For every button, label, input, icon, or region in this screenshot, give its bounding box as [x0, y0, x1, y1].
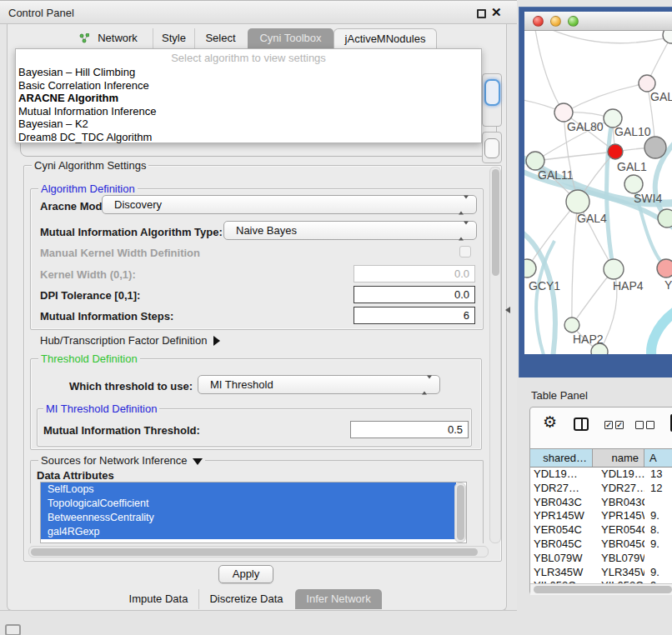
tab-impute-data[interactable]: Impute Data	[118, 589, 198, 609]
control-panel-tabbar: Network Style Select Cyni Toolbox jActiv…	[0, 28, 517, 49]
table-row[interactable]: YDR27…YDR27…12	[530, 482, 672, 496]
table-row[interactable]: YBL079WYBL079W	[530, 552, 672, 566]
tab-network[interactable]: Network	[72, 28, 150, 48]
table-row[interactable]: YLR345WYLR345W9.	[530, 566, 672, 580]
focused-button-fragment[interactable]	[484, 79, 500, 106]
zoom-window-icon[interactable]	[568, 16, 579, 27]
network-node[interactable]	[644, 137, 666, 158]
checked-box-icon[interactable]: ✓	[604, 421, 613, 429]
algorithm-list: Bayesian – Hill ClimbingBasic Correlatio…	[18, 66, 479, 144]
close-icon[interactable]: ✕	[491, 5, 502, 20]
algorithm-option[interactable]: Bayesian – K2	[18, 118, 479, 131]
collapse-arrow-icon[interactable]	[193, 458, 203, 465]
sources-title[interactable]: Sources for Network Inference	[38, 454, 205, 467]
table-body: YDL19…YDL19…13YDR27…YDR27…12YBR043CYBR04…	[530, 468, 672, 583]
split-panes-icon[interactable]	[574, 418, 589, 431]
tab-style[interactable]: Style	[153, 28, 194, 48]
table-header: shared…nameA	[530, 448, 672, 468]
data-attribute-item[interactable]: SelfLoops	[41, 482, 456, 497]
network-edge[interactable]	[564, 83, 647, 112]
table-row[interactable]: YBR045CYBR045C9.	[530, 538, 672, 552]
which-threshold-select[interactable]: MI Threshold	[198, 375, 440, 394]
attributes-scrollbar[interactable]	[454, 482, 466, 542]
algorithm-option[interactable]: Bayesian – Hill Climbing	[18, 66, 479, 79]
table-row[interactable]: YBR043CYBR043C	[530, 496, 672, 510]
minimize-window-icon[interactable]	[550, 16, 561, 27]
table-cell: 9.	[644, 509, 672, 523]
algorithm-option[interactable]: Basic Correlation Inference	[18, 79, 479, 92]
expand-arrow-icon[interactable]	[213, 336, 220, 346]
apply-button[interactable]: Apply	[218, 565, 273, 583]
network-node[interactable]	[658, 209, 672, 228]
close-window-icon[interactable]	[533, 16, 544, 27]
table-row[interactable]: YDL19…YDL19…13	[530, 468, 672, 482]
network-node-gal4[interactable]	[566, 190, 589, 213]
network-node-label: GAL1	[617, 160, 647, 173]
gear-icon[interactable]: ⚙	[543, 412, 557, 432]
table-row[interactable]: YER054CYER054C8.	[530, 523, 672, 538]
network-edge[interactable]	[539, 31, 671, 43]
algorithm-option[interactable]: Mutual Information Inference	[18, 105, 479, 118]
tab-select[interactable]: Select	[194, 28, 246, 48]
tab-infer-network[interactable]: Infer Network	[295, 589, 382, 609]
tab-cyni-toolbox[interactable]: Cyni Toolbox	[248, 28, 333, 48]
checked-box-icon[interactable]: ✓	[615, 421, 624, 429]
network-edge[interactable]	[534, 31, 564, 112]
network-node-label: SWI4	[634, 192, 662, 205]
combo-fragment[interactable]	[484, 138, 499, 158]
network-edge[interactable]	[527, 202, 578, 268]
mi-type-select[interactable]: Naive Bayes	[223, 221, 477, 240]
mi-threshold-field[interactable]	[350, 421, 469, 438]
network-titlebar[interactable]	[524, 12, 672, 31]
table-row[interactable]: YPR145WYPR145W9.	[530, 509, 672, 523]
network-node[interactable]	[663, 31, 672, 43]
dpi-tolerance-field[interactable]	[354, 286, 475, 303]
network-node-gal80[interactable]	[554, 103, 573, 122]
table-cell	[644, 552, 672, 566]
kernel-width-field[interactable]	[354, 265, 475, 282]
table-cell: YBL079W	[593, 552, 644, 566]
tab-discretize-data[interactable]: Discretize Data	[198, 589, 293, 609]
network-node-hap4[interactable]	[604, 259, 624, 279]
unchecked-box-icon[interactable]	[635, 421, 644, 429]
algorithm-option[interactable]: Dream8 DC_TDC Algorithm	[18, 131, 479, 144]
table-column-header[interactable]: shared…	[530, 449, 593, 467]
settings-horizontal-scrollbar[interactable]	[28, 546, 489, 558]
data-attribute-item[interactable]: gal4RGexp	[41, 525, 456, 539]
tab-discretize-data-label: Discretize Data	[209, 592, 283, 605]
unchecked-box-icon[interactable]	[646, 421, 654, 429]
network-node-gal11[interactable]	[526, 152, 544, 170]
network-node-gal1[interactable]	[608, 144, 623, 159]
collapsed-panel-icon[interactable]	[5, 624, 21, 635]
network-node-hap2[interactable]	[564, 318, 579, 332]
table-horizontal-scrollbar[interactable]	[530, 583, 672, 595]
data-attribute-item[interactable]: TopologicalCoefficient	[41, 497, 456, 511]
mi-threshold-title: MI Threshold Definition	[43, 402, 159, 415]
hub-definition-toggle[interactable]: Hub/Transcription Factor Definition	[40, 334, 220, 347]
aracne-mode-select[interactable]: Discovery	[102, 195, 477, 214]
manual-kernel-checkbox[interactable]	[459, 246, 471, 258]
network-node-y[interactable]	[657, 259, 672, 278]
mi-threshold-label: Mutual Information Threshold:	[43, 424, 200, 437]
table-column-header[interactable]: name	[593, 449, 644, 467]
table-cell: YER054C	[530, 523, 593, 538]
network-node-gcy1[interactable]	[524, 259, 536, 278]
tab-jactivemnodules[interactable]: jActiveMNodules	[333, 28, 437, 48]
control-panel-titlebar[interactable]: Control Panel ✕	[0, 0, 517, 24]
algorithm-option[interactable]: ARACNE Algorithm	[18, 92, 479, 105]
dpi-tolerance-label: DPI Tolerance [0,1]:	[40, 289, 140, 302]
stepper-arrows-icon	[422, 376, 432, 393]
table-column-header[interactable]: A	[644, 449, 672, 467]
table-panel-box: ⚙ ✓ ✓ shared…nameA YDL19…YDL19…13YDR27…Y…	[529, 407, 672, 595]
network-edge[interactable]	[651, 308, 672, 354]
settings-vertical-scrollbar[interactable]	[489, 167, 501, 543]
network-node-gal[interactable]	[639, 75, 655, 92]
stepper-arrows-icon	[459, 222, 469, 239]
network-node-swi4[interactable]	[624, 175, 643, 193]
tab-cyni-toolbox-label: Cyni Toolbox	[259, 32, 321, 44]
float-window-icon[interactable]	[477, 9, 486, 18]
mi-steps-field[interactable]	[354, 307, 475, 324]
data-attribute-item[interactable]: BetweennessCentrality	[41, 511, 456, 525]
network-canvas[interactable]: GALGAL80GAL10GAL1GAL11SWI4GAL4GCY1HAP4YH…	[524, 31, 672, 354]
tab-jactivemnodules-label: jActiveMNodules	[345, 32, 426, 45]
